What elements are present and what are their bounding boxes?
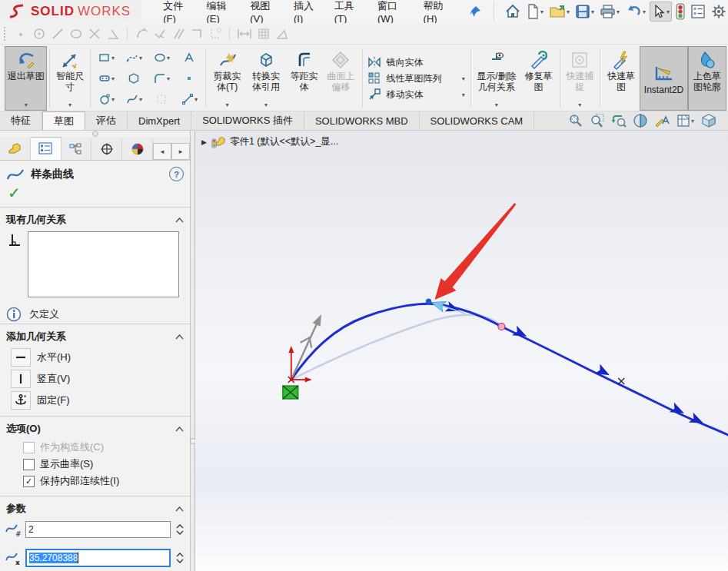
offset-on-surface-button[interactable]: 曲面上偏移	[322, 46, 360, 111]
show-curvature-checkbox[interactable]	[23, 459, 35, 470]
print-dropdown[interactable]: ▾	[617, 8, 620, 15]
mirror-tool-icon[interactable]	[135, 27, 148, 41]
linear-pattern-button[interactable]: 线性草图阵列 ▾	[367, 71, 464, 85]
file-properties-button[interactable]	[689, 2, 707, 21]
construction-corner-icon[interactable]	[208, 27, 222, 41]
fillet-tool-button[interactable]: ▾	[148, 68, 175, 89]
open-button[interactable]: ▾	[547, 2, 571, 21]
tree-expand-arrow[interactable]: ▶	[201, 138, 207, 146]
trim-tool-icon[interactable]	[88, 27, 101, 41]
select-tool-button[interactable]: ▾	[650, 2, 672, 22]
home-button[interactable]	[504, 2, 522, 21]
property-manager-tab[interactable]	[31, 137, 61, 160]
dimxpert-manager-tab[interactable]	[91, 138, 122, 160]
rapid-sketch-button[interactable]: 快速草图	[603, 46, 640, 111]
tab-sw-addins[interactable]: SOLIDWORKS 插件	[191, 111, 304, 130]
smart-dimension-button[interactable]: 智能尺寸 ▾	[52, 46, 87, 111]
exit-sketch-dropdown[interactable]: ▾	[25, 101, 28, 109]
relation-check-icon[interactable]	[153, 27, 167, 41]
undo-button[interactable]: ▾	[623, 2, 647, 21]
relation-fix-button[interactable]: 固定(F)	[0, 390, 190, 417]
exit-sketch-button[interactable]: 退出草图 ▾	[5, 46, 47, 111]
instant2d-button[interactable]: Instant2D	[640, 46, 687, 111]
feature-tree-flyout[interactable]: ▶ 零件1 (默认<<默认>_显...	[201, 135, 338, 148]
display-manager-tab[interactable]	[122, 138, 153, 160]
option-internal-continuity[interactable]: 保持内部连续性(I)	[0, 473, 190, 496]
point-tool-icon[interactable]	[14, 27, 28, 41]
save-button[interactable]: ▾	[573, 2, 596, 21]
circle-tool-button[interactable]: ▾	[92, 89, 120, 110]
repair-sketch-button[interactable]: 修复草图	[520, 46, 557, 111]
help-icon[interactable]: ?	[169, 167, 184, 181]
angle-measure-icon[interactable]	[275, 27, 289, 41]
pin-menu-icon[interactable]	[469, 5, 481, 18]
text-tool-button[interactable]	[175, 48, 203, 68]
panel-tabs-left-arrow[interactable]: ◂	[153, 143, 171, 160]
configuration-manager-tab[interactable]	[61, 138, 92, 160]
sketch-curve-tool-button[interactable]: ▾	[120, 48, 148, 68]
zoom-fit-button[interactable]	[568, 113, 583, 128]
ellipse-tool-icon[interactable]	[69, 27, 83, 41]
save-dropdown[interactable]: ▾	[591, 8, 594, 15]
move-entities-button[interactable]: 移动实体 ▾	[367, 88, 464, 101]
spline-point-number-spinner[interactable]	[175, 524, 185, 535]
undo-dropdown[interactable]: ▾	[643, 8, 646, 15]
parallel-tool-icon[interactable]	[171, 27, 185, 41]
option-show-curvature[interactable]: 显示曲率(S)	[0, 456, 190, 473]
relation-vertical-button[interactable]: 竖直(V)	[0, 368, 190, 390]
ellipse-tool-button[interactable]: ▾	[148, 48, 175, 68]
mirror-entities-button[interactable]: 镜向实体	[367, 55, 464, 69]
internal-continuity-checkbox[interactable]	[23, 476, 35, 487]
spline-x-spinner[interactable]	[175, 553, 185, 563]
tab-evaluate[interactable]: 评估	[85, 111, 128, 130]
offset-entities-button[interactable]: 等距实体	[286, 46, 322, 111]
feature-tree-tab[interactable]	[0, 138, 31, 160]
new-document-button[interactable]: ▾	[524, 2, 545, 21]
select-tool-dropdown[interactable]: ▾	[667, 8, 670, 15]
panel-tabs-right-arrow[interactable]: ▸	[171, 143, 190, 160]
tab-sw-mbd[interactable]: SOLIDWORKS MBD	[304, 111, 420, 130]
options-button[interactable]	[710, 2, 728, 21]
spline-point-number-field[interactable]: 2	[25, 521, 171, 538]
line-tool-button[interactable]: ▾	[175, 89, 203, 110]
quick-snaps-dropdown[interactable]: ▾	[578, 101, 581, 109]
shaded-sketch-contours-button[interactable]: 上色草图轮廓	[688, 46, 726, 111]
smart-dimension-dropdown[interactable]: ▾	[68, 101, 71, 109]
display-delete-relations-button[interactable]: 显示/删除几何关系 ▾	[474, 46, 520, 111]
hide-show-items-button[interactable]	[654, 113, 670, 128]
toolbar-drag-handle[interactable]	[3, 26, 6, 41]
display-style-button[interactable]	[700, 113, 717, 128]
display-delete-relations-dropdown[interactable]: ▾	[495, 101, 498, 109]
extent-dimension-icon[interactable]	[237, 27, 252, 41]
new-document-dropdown[interactable]: ▾	[540, 8, 544, 15]
tab-sw-cam[interactable]: SOLIDWORKS CAM	[420, 111, 535, 130]
linear-pattern-dropdown[interactable]: ▾	[462, 75, 465, 82]
convert-entities-dropdown[interactable]: ▾	[264, 101, 268, 109]
trim-entities-button[interactable]: 剪裁实体(T) ▾	[208, 46, 246, 111]
line-tool-icon[interactable]	[51, 27, 65, 41]
existing-relations-header[interactable]: 现有几何关系	[0, 207, 190, 230]
open-dropdown[interactable]: ▾	[567, 8, 570, 15]
construction-line-checkbox[interactable]	[23, 442, 35, 453]
options-header[interactable]: 选项(O)	[0, 417, 190, 439]
angle-tool-icon[interactable]	[106, 27, 120, 41]
grid-tool-icon[interactable]	[257, 27, 271, 41]
polygon-tool-button[interactable]	[120, 68, 148, 89]
quick-snaps-button[interactable]: 快速捕捉 ▾	[563, 46, 597, 111]
panel-height-grip[interactable]	[0, 131, 190, 137]
convert-entities-button[interactable]: 转换实体引用 ▾	[246, 46, 286, 111]
move-entities-dropdown[interactable]: ▾	[462, 91, 465, 98]
view-orientation-dropdown[interactable]: ▾	[691, 118, 694, 124]
ok-check-icon[interactable]: ✓	[8, 184, 21, 201]
rectangle-tool-button[interactable]: ▾	[92, 48, 120, 68]
section-view-button[interactable]	[633, 113, 648, 128]
corner-tool-icon[interactable]	[190, 27, 204, 41]
tab-sketch[interactable]: 草图	[42, 111, 85, 130]
add-relations-header[interactable]: 添加几何关系	[0, 324, 190, 347]
tab-dimxpert[interactable]: DimXpert	[128, 111, 191, 130]
previous-view-button[interactable]	[611, 113, 627, 128]
point-tool-button[interactable]	[175, 68, 203, 89]
tab-features[interactable]: 特征	[0, 111, 42, 130]
trim-entities-dropdown[interactable]: ▾	[226, 101, 229, 109]
spline-x-field[interactable]: 35.2708388	[25, 549, 171, 567]
